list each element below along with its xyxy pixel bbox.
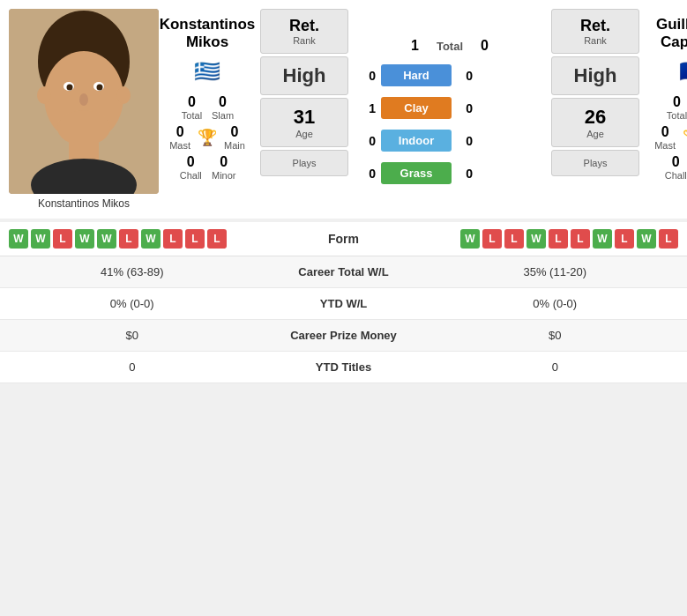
form-badges-right: WLLWLLWLWL — [388, 229, 679, 249]
right-stat-mast: 0 Mast — [654, 124, 676, 151]
left-plays-box: Plays — [260, 150, 348, 176]
form-badge-left-7: L — [163, 229, 183, 249]
form-badge-right-8: W — [637, 229, 656, 249]
right-age-box: 26 Age — [551, 98, 639, 147]
stats-row-label-2: Career Prize Money — [256, 329, 432, 342]
svg-point-7 — [79, 93, 88, 106]
stats-row-label-3: YTD Titles — [256, 360, 432, 374]
stats-row-label-0: Career Total W/L — [256, 265, 432, 278]
form-badges-left: WWLWWLWLLL — [9, 229, 300, 249]
svg-point-6 — [97, 85, 103, 91]
left-high-box: High — [260, 56, 348, 95]
form-badge-right-3: W — [526, 229, 546, 249]
stats-row-right-1: 0% (0-0) — [432, 297, 679, 310]
stats-rows-container: 41% (63-89)Career Total W/L35% (11-20)0%… — [0, 256, 687, 383]
left-trophy-icon: 🏆 — [198, 128, 217, 147]
top-section: Konstantinos Mikos KonstantinosMikos 🇬🇷 … — [0, 0, 687, 219]
right-middle-stats: Ret. Rank High 26 Age Plays — [547, 9, 644, 210]
stats-row-1: 0% (0-0)YTD W/L0% (0-0) — [0, 288, 687, 320]
left-player-panel: Konstantinos Mikos — [9, 9, 159, 210]
left-stat-slam: 0 Slam — [212, 94, 234, 121]
left-middle-stats: Ret. Rank High 31 Age Plays — [256, 9, 353, 210]
stats-row-right-2: $0 — [432, 329, 679, 342]
right-stat-total: 0 Total — [666, 94, 687, 121]
form-badge-right-6: W — [593, 229, 612, 249]
surface-section: 1 Total 0 0 Hard 0 1 Clay 0 0 Indoor 0 — [353, 9, 547, 210]
left-rank-box: Ret. Rank — [260, 9, 348, 54]
left-player-photo-svg — [9, 9, 159, 194]
form-badge-left-2: L — [53, 229, 72, 249]
right-plays-box: Plays — [551, 150, 639, 176]
right-high-box: High — [551, 56, 639, 95]
stats-row-2: $0Career Prize Money$0 — [0, 320, 687, 352]
svg-point-12 — [116, 86, 131, 104]
form-badge-left-5: L — [119, 229, 138, 249]
right-rank-box: Ret. Rank — [551, 9, 639, 54]
total-row: 1 Total 0 — [360, 31, 540, 57]
surface-row-grass: 0 Grass 0 — [360, 159, 540, 188]
right-lower-stats: 0 Chall 0 Minor — [663, 154, 687, 181]
right-stat-chall: 0 Chall — [663, 154, 687, 181]
left-age-box: 31 Age — [260, 98, 348, 147]
left-player-photo — [9, 9, 159, 194]
stats-row-left-2: $0 — [9, 329, 256, 342]
right-flag: 🇫🇷 — [679, 59, 687, 84]
right-player-name: GuillaumeCappeau — [656, 16, 687, 52]
stats-row-left-1: 0% (0-0) — [9, 297, 256, 310]
form-badge-right-9: L — [659, 229, 678, 249]
left-flag: 🇬🇷 — [194, 59, 220, 84]
left-player-info: KonstantinosMikos 🇬🇷 0 Total 0 Slam 0 Ma… — [159, 9, 256, 210]
surface-row-indoor: 0 Indoor 0 — [360, 126, 540, 155]
left-lower-stats: 0 Chall 0 Minor — [178, 154, 235, 181]
stats-row-left-3: 0 — [9, 360, 256, 374]
form-badge-right-7: L — [615, 229, 634, 249]
left-player-name: KonstantinosMikos — [160, 16, 256, 52]
right-trophy-row: 0 Mast 🏆 0 Main — [654, 124, 687, 151]
stats-row-3: 0YTD Titles0 — [0, 352, 687, 383]
form-badge-right-5: L — [571, 229, 590, 249]
right-player-info: GuillaumeCappeau 🇫🇷 0 Total 0 Slam 0 Mas… — [644, 9, 687, 210]
svg-point-11 — [37, 86, 51, 104]
bottom-section: WWLWWLWLLL Form WLLWLLWLWL 41% (63-89)Ca… — [0, 222, 687, 383]
left-stat-chall: 0 Chall — [178, 154, 203, 181]
main-container: Konstantinos Mikos KonstantinosMikos 🇬🇷 … — [0, 0, 687, 383]
form-badge-left-4: W — [97, 229, 116, 249]
left-stat-minor: 0 Minor — [212, 154, 236, 181]
stats-row-label-1: YTD W/L — [256, 297, 432, 310]
form-badge-right-1: L — [482, 229, 502, 249]
form-badge-left-1: W — [31, 229, 50, 249]
left-stat-mast: 0 Mast — [169, 124, 190, 151]
form-badge-left-8: L — [185, 229, 205, 249]
stats-row-left-0: 41% (63-89) — [9, 265, 256, 278]
stats-row-right-0: 35% (11-20) — [432, 265, 679, 278]
form-row: WWLWWLWLLL Form WLLWLLWLWL — [0, 222, 687, 256]
left-trophy-row: 0 Mast 🏆 0 Main — [169, 124, 245, 151]
left-player-name-below: Konstantinos Mikos — [38, 197, 130, 210]
form-badge-left-6: W — [141, 229, 161, 249]
svg-point-5 — [67, 85, 73, 91]
left-stat-main: 0 Main — [224, 124, 245, 151]
form-badge-right-2: L — [504, 229, 524, 249]
left-stats-grid: 0 Total 0 Slam — [181, 94, 234, 121]
surface-row-hard: 0 Hard 0 — [360, 61, 540, 90]
form-badge-left-9: L — [207, 229, 227, 249]
form-badge-left-3: W — [75, 229, 94, 249]
left-stat-total: 0 Total — [181, 94, 203, 121]
right-trophy-icon: 🏆 — [683, 128, 687, 147]
surface-row-clay: 1 Clay 0 — [360, 93, 540, 122]
form-label: Form — [300, 232, 388, 246]
form-badge-right-4: L — [549, 229, 568, 249]
form-badge-left-0: W — [9, 229, 28, 249]
right-stats-grid: 0 Total 0 Slam — [666, 94, 687, 121]
stats-row-0: 41% (63-89)Career Total W/L35% (11-20) — [0, 256, 687, 288]
stats-row-right-3: 0 — [432, 360, 679, 374]
form-badge-right-0: W — [460, 229, 480, 249]
